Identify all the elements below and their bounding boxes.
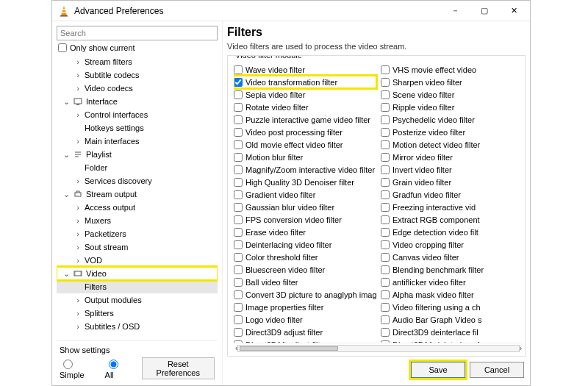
only-show-current-box[interactable] <box>58 43 67 52</box>
filter-checkbox-input[interactable] <box>234 153 243 162</box>
filter-checkbox[interactable]: Extract RGB component <box>381 213 523 226</box>
filter-checkbox-input[interactable] <box>234 328 243 337</box>
filter-checkbox[interactable]: Motion detect video filter <box>381 138 523 151</box>
filter-checkbox[interactable]: Bluescreen video filter <box>234 263 376 276</box>
scrollbar-track[interactable] <box>237 345 519 352</box>
filter-checkbox[interactable]: Logo video filter <box>234 313 376 326</box>
filter-checkbox-input[interactable] <box>381 103 390 112</box>
filter-checkbox[interactable]: Sepia video filter <box>234 88 376 101</box>
filter-checkbox[interactable]: Invert video filter <box>381 163 523 176</box>
filter-checkbox-input[interactable] <box>381 278 390 287</box>
filter-checkbox-input[interactable] <box>234 203 243 212</box>
filter-checkbox[interactable]: Direct3D9 deinterlace fil <box>381 326 523 338</box>
filter-checkbox-input[interactable] <box>381 178 390 187</box>
chevron-down-icon[interactable]: ⌄ <box>62 97 70 107</box>
filter-checkbox-input[interactable] <box>381 165 390 174</box>
filter-checkbox-input[interactable] <box>234 253 243 262</box>
tree-item[interactable]: ›Main interfaces <box>57 135 218 148</box>
filter-checkbox[interactable]: FPS conversion video filter <box>234 213 376 226</box>
chevron-right-icon[interactable]: › <box>74 203 82 212</box>
filter-checkbox-input[interactable] <box>234 115 243 124</box>
filter-checkbox[interactable]: High Quality 3D Denoiser filter <box>234 176 376 188</box>
filter-checkbox[interactable]: Ripple video filter <box>381 101 523 113</box>
filter-checkbox[interactable]: antiflicker video filter <box>381 276 523 288</box>
tree-item[interactable]: ›Access output <box>57 201 218 214</box>
filter-checkbox-input[interactable] <box>381 203 390 212</box>
filter-checkbox-input[interactable] <box>234 303 243 312</box>
save-button[interactable]: Save <box>411 362 465 378</box>
chevron-down-icon[interactable]: ⌄ <box>62 190 70 199</box>
chevron-right-icon[interactable]: › <box>74 71 82 79</box>
chevron-right-icon[interactable]: › <box>74 322 82 331</box>
filter-checkbox[interactable]: Gradfun video filter <box>381 188 523 201</box>
filter-checkbox-input[interactable] <box>234 228 243 237</box>
filter-checkbox-input[interactable] <box>381 153 390 162</box>
filter-checkbox[interactable]: Freezing interactive vid <box>381 201 523 213</box>
filter-checkbox-input[interactable] <box>234 128 243 137</box>
filter-checkbox[interactable]: Image properties filter <box>234 301 376 313</box>
radio-simple[interactable]: Simple <box>60 357 98 379</box>
filter-checkbox[interactable]: Magnify/Zoom interactive video filter <box>234 163 376 176</box>
tree-item[interactable]: ›Control interfaces <box>57 108 218 121</box>
filter-checkbox-input[interactable] <box>381 190 390 199</box>
filter-checkbox[interactable]: Erase video filter <box>234 226 376 238</box>
filter-checkbox[interactable]: Rotate video filter <box>234 101 376 113</box>
chevron-right-icon[interactable]: › <box>74 216 82 225</box>
tree-item[interactable]: ›Services discovery <box>57 174 218 187</box>
filter-checkbox-input[interactable] <box>234 190 243 199</box>
filter-checkbox-input[interactable] <box>234 90 243 99</box>
filter-checkbox[interactable]: Direct3D9 adjust filter <box>234 326 376 338</box>
tree-item[interactable]: ⌄Stream output <box>57 187 218 201</box>
tree-item[interactable]: Hotkeys settings <box>57 121 218 135</box>
chevron-right-icon[interactable]: › <box>74 243 82 251</box>
filter-checkbox[interactable]: Video transformation filter <box>234 76 376 88</box>
tree-item[interactable]: ›Subtitle codecs <box>57 68 218 82</box>
filter-checkbox-input[interactable] <box>381 253 390 262</box>
maximize-button[interactable]: ▢ <box>470 1 499 21</box>
filter-checkbox[interactable]: Canvas video filter <box>381 251 523 263</box>
filter-checkbox-input[interactable] <box>381 315 390 324</box>
radio-all[interactable]: All <box>105 357 129 379</box>
chevron-down-icon[interactable]: ⌄ <box>62 269 70 279</box>
tree-item[interactable]: Filters <box>57 280 218 293</box>
filter-checkbox[interactable]: Edge detection video filt <box>381 226 523 238</box>
tree-item[interactable]: ⌄Video <box>57 267 218 280</box>
filter-checkbox[interactable]: Posterize video filter <box>381 126 523 138</box>
filter-checkbox[interactable]: Mirror video filter <box>381 151 523 163</box>
filter-checkbox-input[interactable] <box>381 140 390 149</box>
filter-checkbox[interactable]: Alpha mask video filter <box>381 288 523 301</box>
filters-scroll-area[interactable]: Wave video filterVideo transformation fi… <box>234 63 523 343</box>
filter-checkbox[interactable]: Sharpen video filter <box>381 76 523 88</box>
tree-item[interactable]: ›Packetizers <box>57 227 218 240</box>
tree-item[interactable]: ›Video codecs <box>57 82 218 95</box>
tree-item[interactable]: ›Sout stream <box>57 240 218 254</box>
filter-checkbox[interactable]: Ball video filter <box>234 276 376 288</box>
filter-checkbox-input[interactable] <box>381 228 390 237</box>
filter-checkbox[interactable]: Puzzle interactive game video filter <box>234 113 376 126</box>
chevron-right-icon[interactable]: › <box>74 110 82 119</box>
filter-checkbox[interactable]: Blending benchmark filter <box>381 263 523 276</box>
filter-checkbox-input[interactable] <box>381 303 390 312</box>
tree-item[interactable]: ⌄Interface <box>57 95 218 108</box>
filter-checkbox-input[interactable] <box>381 290 390 299</box>
filter-checkbox-input[interactable] <box>234 215 243 224</box>
filter-checkbox[interactable]: Wave video filter <box>234 63 376 76</box>
reset-preferences-button[interactable]: Reset Preferences <box>142 357 215 379</box>
filter-checkbox-input[interactable] <box>234 65 243 74</box>
chevron-right-icon[interactable]: › <box>74 229 82 238</box>
filter-checkbox-input[interactable] <box>234 165 243 174</box>
filter-checkbox[interactable]: Convert 3D picture to anaglyph image vid… <box>234 288 376 301</box>
filter-checkbox[interactable]: Motion blur filter <box>234 151 376 163</box>
chevron-right-icon[interactable]: › <box>74 176 82 185</box>
filter-checkbox[interactable]: Psychedelic video filter <box>381 113 523 126</box>
filter-checkbox-input[interactable] <box>381 265 390 274</box>
chevron-right-icon[interactable]: › <box>74 137 82 146</box>
tree-item[interactable]: ⌄Playlist <box>57 148 218 161</box>
chevron-right-icon[interactable]: › <box>74 296 82 304</box>
minimize-button[interactable]: － <box>440 1 470 21</box>
tree-item[interactable]: ›Subtitles / OSD <box>57 320 218 333</box>
filter-checkbox-input[interactable] <box>381 115 390 124</box>
filter-checkbox[interactable]: Old movie effect video filter <box>234 138 376 151</box>
tree-item[interactable]: ›VOD <box>57 254 218 267</box>
filter-checkbox-input[interactable] <box>381 215 390 224</box>
